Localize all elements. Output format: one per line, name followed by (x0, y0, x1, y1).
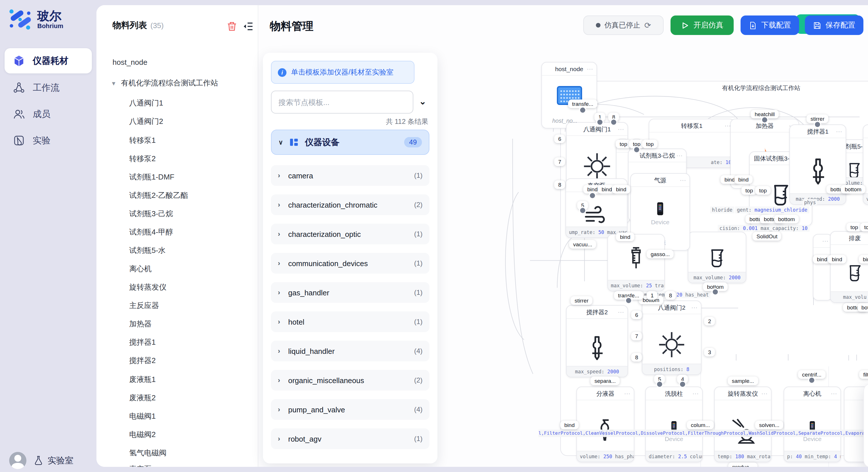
search-input[interactable] (271, 91, 413, 113)
port-chip[interactable]: separa... (590, 376, 620, 385)
port-chip[interactable]: 2 (704, 317, 715, 326)
category-camera[interactable]: ›camera(1) (271, 165, 429, 186)
node-valve8-2[interactable]: 八通阀门2 positions: 8 (642, 301, 702, 375)
category-communication-devices[interactable]: ›communication_devices(1) (271, 253, 429, 274)
port-chip[interactable]: 7 (554, 158, 565, 166)
tree-item[interactable]: 旋转蒸发仪 (129, 282, 166, 293)
tree-item[interactable]: 搅拌器2 (129, 356, 156, 366)
port-chip[interactable]: filter_in (859, 370, 868, 379)
port-chip[interactable]: 3 (704, 348, 715, 357)
port-dot[interactable] (809, 378, 814, 383)
port-chip[interactable]: bottom (841, 185, 865, 194)
tree-item[interactable]: 试剂瓶1-DMF (129, 172, 174, 182)
collapse-panel-icon[interactable] (242, 21, 254, 32)
category-liquid-handler[interactable]: ›liquid_handler(4) (271, 341, 429, 361)
port-chip[interactable]: bottom (774, 215, 799, 224)
trash-icon[interactable] (226, 21, 238, 32)
node-hidden-bottle-3[interactable] (813, 234, 832, 301)
port-chip[interactable]: top (860, 223, 868, 231)
port-dot[interactable] (713, 289, 718, 295)
tree-item-root[interactable]: host_node (113, 58, 147, 67)
port-chip[interactable]: bind (734, 175, 753, 184)
node-separator[interactable]: 分液器 volume: 250 has_phases: true (577, 386, 634, 462)
node-transfer-pump-2[interactable]: max_volume: 25 transfer_rate: 10 (608, 234, 665, 291)
port-chip[interactable]: top (642, 140, 658, 148)
port-chip[interactable]: 8 (554, 180, 565, 189)
sidebar-item-experiments[interactable]: 实验 (5, 128, 92, 153)
node-stirrer-2[interactable]: 搅拌器2 max_speed: 2000 (566, 305, 628, 377)
port-dot[interactable] (580, 208, 585, 213)
category-characterization-optic[interactable]: ›characterization_optic(1) (271, 224, 429, 244)
port-chip[interactable]: vacuu... (569, 240, 596, 248)
port-chip[interactable]: colum... (687, 421, 714, 429)
port-chip[interactable]: transfe... (568, 100, 597, 108)
collapse-templates-icon[interactable]: ⌄ (419, 96, 426, 107)
tree-item[interactable]: 加热器 (129, 319, 152, 329)
minimap[interactable] (863, 383, 868, 467)
port-chip[interactable]: 7 (631, 332, 642, 340)
sim-status-badge[interactable]: 仿真已停止 ⟳ (583, 15, 663, 35)
tree-item[interactable]: 转移泵2 (129, 154, 156, 164)
port-chip[interactable]: top (846, 223, 862, 231)
port-chip[interactable]: produc... (728, 463, 757, 467)
port-chip[interactable]: bind (859, 255, 868, 264)
port-dot[interactable] (815, 122, 820, 127)
category-hotel[interactable]: ›hotel(1) (271, 311, 429, 332)
port-chip[interactable]: 6 (554, 134, 565, 143)
save-config-button[interactable]: 保存配置 (805, 15, 863, 35)
port-chip[interactable]: bind (560, 421, 579, 429)
category-characterization-chromatic[interactable]: ›characterization_chromatic(2) (271, 194, 429, 215)
port-chip[interactable]: 6 (631, 310, 642, 319)
port-chip[interactable]: sample... (727, 376, 758, 385)
tree-item[interactable]: 转移泵1 (129, 135, 156, 146)
avatar[interactable] (9, 452, 26, 469)
sidebar-item-workflow[interactable]: 工作流 (5, 75, 92, 100)
start-sim-button[interactable]: 开启仿真 (671, 15, 734, 35)
tree-item[interactable]: 试剂瓶5-水 (129, 245, 166, 256)
tree-item[interactable]: 电磁阀2 (129, 430, 156, 440)
tree-item[interactable]: 试剂瓶2-乙酸乙酯 (129, 191, 188, 201)
tree-item[interactable]: 电磁阀1 (129, 411, 156, 422)
node-waste[interactable]: 排废 max_volu (830, 231, 868, 303)
port-dot[interactable] (626, 298, 631, 303)
node-centrifuge[interactable]: 离心机 Device p: 40 min_temp: 4 max_spe (784, 386, 841, 462)
category-organic-miscellaneous[interactable]: ›organic_miscellaneous(2) (271, 370, 429, 391)
port-chip[interactable]: 8 (665, 291, 676, 300)
tree-item[interactable]: 八通阀门1 (129, 98, 163, 108)
tree-item[interactable]: 离心机 (129, 264, 152, 274)
port-chip[interactable]: 8 (631, 353, 642, 362)
port-chip[interactable]: stirrer (570, 296, 593, 305)
sidebar-item-members[interactable]: 成员 (5, 102, 92, 127)
refresh-icon[interactable]: ⟳ (644, 21, 651, 30)
sidebar-item-instruments[interactable]: 仪器耗材 (5, 48, 92, 73)
download-config-button[interactable]: 下载配置 (741, 15, 799, 35)
port-chip[interactable]: SolidOut (753, 232, 782, 241)
port-dot[interactable] (762, 117, 767, 123)
tree-item[interactable]: 八通阀门2 (129, 116, 163, 127)
category-gas-handler[interactable]: ›gas_handler(1) (271, 282, 429, 303)
port-dot[interactable] (680, 382, 685, 387)
port-dot[interactable] (597, 120, 602, 125)
port-chip[interactable]: gasso... (647, 250, 674, 258)
node-main-reactor[interactable]: max_volume: 2000 (688, 232, 746, 283)
tree-item[interactable]: 主反应器 (129, 301, 159, 311)
port-dot[interactable] (580, 107, 585, 113)
tree-item[interactable]: 试剂瓶4-甲醇 (129, 227, 173, 237)
tree-item[interactable]: 废液瓶1 (129, 374, 156, 385)
port-chip[interactable]: top (755, 186, 771, 195)
port-dot[interactable] (657, 382, 662, 387)
group-instruments[interactable]: ∨ 仪器设备 49 (271, 130, 429, 155)
tree-item[interactable]: 氢气电磁阀 (129, 448, 166, 458)
tree-item[interactable]: 搅拌器1 (129, 337, 156, 347)
port-chip[interactable]: bottom (857, 303, 868, 312)
category-robot-agv[interactable]: ›robot_agv(1) (271, 429, 429, 449)
tree-item[interactable]: 废液瓶2 (129, 393, 156, 403)
port-chip[interactable]: bind (616, 233, 634, 241)
port-dot[interactable] (590, 193, 595, 198)
port-chip[interactable]: 1 (647, 291, 658, 300)
port-chip[interactable]: top (741, 186, 757, 195)
brand[interactable]: 玻尔 Bohrium (8, 7, 63, 32)
port-dot[interactable] (634, 147, 639, 152)
tree-item[interactable]: 真空泵 (129, 464, 152, 467)
port-chip[interactable]: bind (828, 255, 846, 264)
